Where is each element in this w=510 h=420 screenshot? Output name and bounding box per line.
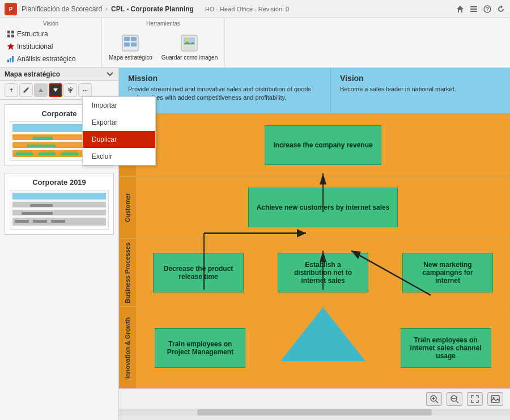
svg-rect-2 bbox=[470, 6, 477, 7]
pencil-icon bbox=[23, 87, 29, 94]
ribbon-vision-section: Visión Estructura Institucional bbox=[0, 18, 102, 67]
fit-button[interactable] bbox=[467, 392, 483, 406]
zoom-out-icon bbox=[450, 394, 459, 404]
svg-text:?: ? bbox=[486, 6, 489, 12]
ribbon-vision-title: Visión bbox=[5, 20, 97, 27]
dropdown-excluir[interactable]: Excluir bbox=[83, 148, 155, 165]
dropdown-menu: Importar Exportar Duplicar Excluir bbox=[82, 96, 156, 166]
ribbon: Visión Estructura Institucional bbox=[0, 18, 510, 68]
image-button[interactable] bbox=[487, 392, 503, 406]
separator: › bbox=[105, 5, 108, 13]
move-up-button[interactable] bbox=[34, 83, 48, 97]
refresh-icon[interactable] bbox=[496, 5, 505, 14]
dropdown-importar[interactable]: Importar bbox=[83, 97, 155, 114]
ribbon-tools-section: Herramientas Mapa estratégico bbox=[102, 18, 225, 67]
sidebar-header: Mapa estratégico bbox=[0, 68, 118, 81]
ribbon-tools-title: Herramientas bbox=[107, 20, 220, 27]
svg-rect-8 bbox=[11, 31, 14, 33]
vision-section: Vision Become a sales leader in national… bbox=[331, 68, 510, 113]
strategy-box-train2[interactable]: Train employees on internet sales channe… bbox=[401, 328, 491, 368]
grid-icon bbox=[7, 30, 15, 38]
card-corporate2019-preview bbox=[10, 190, 109, 230]
sidebar: Mapa estratégico + bbox=[0, 68, 119, 420]
collapse-icon[interactable] bbox=[106, 70, 114, 78]
map-footer bbox=[119, 388, 510, 409]
arrow-down-icon bbox=[53, 87, 58, 93]
main-content: Mission Provide streamlined and innovati… bbox=[119, 68, 510, 420]
perspective-financial: Financial Increase the company revenue bbox=[119, 113, 510, 176]
map-rows-container: Financial Increase the company revenue C… bbox=[119, 113, 510, 388]
chart-icon bbox=[7, 55, 15, 63]
ribbon-nav-mapa[interactable]: Mapa estratégico bbox=[107, 33, 155, 62]
ribbon-nav-estructura[interactable]: Estructura bbox=[5, 29, 50, 39]
svg-rect-11 bbox=[7, 60, 9, 62]
top-bar: P Planificación de Scorecard › CPL - Cor… bbox=[0, 0, 510, 18]
home-icon[interactable] bbox=[456, 5, 465, 14]
perspective-customer-content: Achieve new customers by internet sales bbox=[136, 177, 510, 238]
edit-button[interactable] bbox=[19, 83, 33, 97]
svg-rect-7 bbox=[7, 31, 10, 33]
vision-title: Vision bbox=[340, 74, 501, 83]
svg-rect-15 bbox=[124, 37, 130, 41]
mission-title: Mission bbox=[128, 74, 321, 83]
perspective-customer-label: Customer bbox=[119, 177, 136, 238]
strategy-box-decrease[interactable]: Decrease the product release time bbox=[153, 253, 244, 292]
save-image-icon bbox=[180, 34, 198, 52]
svg-rect-17 bbox=[124, 43, 130, 46]
main-layout: Mapa estratégico + bbox=[0, 68, 510, 420]
dropdown-duplicar[interactable]: Duplicar bbox=[83, 131, 155, 148]
zoom-in-button[interactable] bbox=[426, 392, 442, 406]
list-icon[interactable] bbox=[469, 5, 478, 14]
mapa-icon bbox=[121, 34, 139, 52]
more-button[interactable]: ··· bbox=[78, 83, 92, 97]
svg-rect-12 bbox=[10, 58, 11, 62]
pin-icon bbox=[7, 43, 15, 50]
doc-info: HO - Head Office - Revisión: 0 bbox=[205, 6, 289, 12]
perspective-financial-content: Increase the company revenue bbox=[136, 114, 510, 176]
perspective-business-label: Business Processes bbox=[119, 239, 136, 306]
move-down-button[interactable] bbox=[49, 83, 62, 97]
perspective-innovation-content: Train employees on Project Management Tr… bbox=[136, 307, 510, 388]
zoom-out-button[interactable] bbox=[447, 392, 462, 406]
svg-rect-13 bbox=[12, 56, 14, 62]
sidebar-card-corporate2019[interactable]: Corporate 2019 bbox=[5, 173, 114, 235]
app-title: Planificación de Scorecard bbox=[22, 5, 102, 13]
strategy-box-distribution[interactable]: Establish a distribution net to internet… bbox=[278, 253, 368, 292]
image-icon bbox=[491, 394, 500, 404]
perspective-innovation: Innovation & Growth Train employees on P… bbox=[119, 306, 510, 388]
svg-rect-4 bbox=[470, 11, 477, 12]
help-icon[interactable]: ? bbox=[483, 5, 492, 14]
perspective-business-content: Decrease the product release time Establ… bbox=[136, 239, 510, 306]
strategy-box-revenue[interactable]: Increase the company revenue bbox=[265, 125, 381, 165]
strategy-box-train1[interactable]: Train employees on Project Management bbox=[155, 328, 245, 368]
sidebar-title: Mapa estratégico bbox=[5, 70, 60, 78]
perspective-customer: Customer Achieve new customers by intern… bbox=[119, 176, 510, 238]
svg-rect-3 bbox=[470, 9, 477, 10]
map-scrollbar[interactable] bbox=[119, 409, 510, 415]
guardar-label: Guardar como imagen bbox=[162, 54, 218, 61]
vision-text: Become a sales leader in national market… bbox=[340, 85, 501, 94]
ribbon-nav-guardar[interactable]: Guardar como imagen bbox=[159, 33, 220, 62]
arrow-up-icon bbox=[38, 87, 44, 93]
dropdown-exportar[interactable]: Exportar bbox=[83, 114, 155, 131]
gear-icon bbox=[67, 87, 74, 94]
svg-rect-9 bbox=[7, 35, 10, 37]
ribbon-nav-analisis[interactable]: Análisis estratégico bbox=[5, 54, 78, 64]
mapa-label: Mapa estratégico bbox=[109, 54, 152, 61]
svg-rect-10 bbox=[11, 35, 14, 37]
ribbon-nav-items: Estructura Institucional Análisis estrat… bbox=[5, 29, 97, 65]
svg-line-31 bbox=[436, 401, 438, 403]
fit-icon bbox=[470, 394, 479, 404]
svg-text:P: P bbox=[9, 6, 13, 12]
full-map: Mission Provide streamlined and innovati… bbox=[119, 68, 510, 420]
mission-text: Provide streamlined and innovative sales… bbox=[128, 85, 321, 103]
settings-button[interactable] bbox=[63, 83, 77, 97]
add-button[interactable]: + bbox=[5, 83, 18, 97]
map-header: Mission Provide streamlined and innovati… bbox=[119, 68, 510, 113]
app-logo: P bbox=[5, 3, 17, 15]
ribbon-nav-institucional[interactable]: Institucional bbox=[5, 41, 55, 52]
strategy-box-customers[interactable]: Achieve new customers by internet sales bbox=[248, 188, 398, 227]
ribbon-tools-content: Mapa estratégico Guardar como imagen bbox=[107, 29, 220, 65]
strategy-box-marketing[interactable]: New marketing campaingns for internet bbox=[402, 253, 493, 292]
perspective-innovation-label: Innovation & Growth bbox=[119, 307, 136, 388]
